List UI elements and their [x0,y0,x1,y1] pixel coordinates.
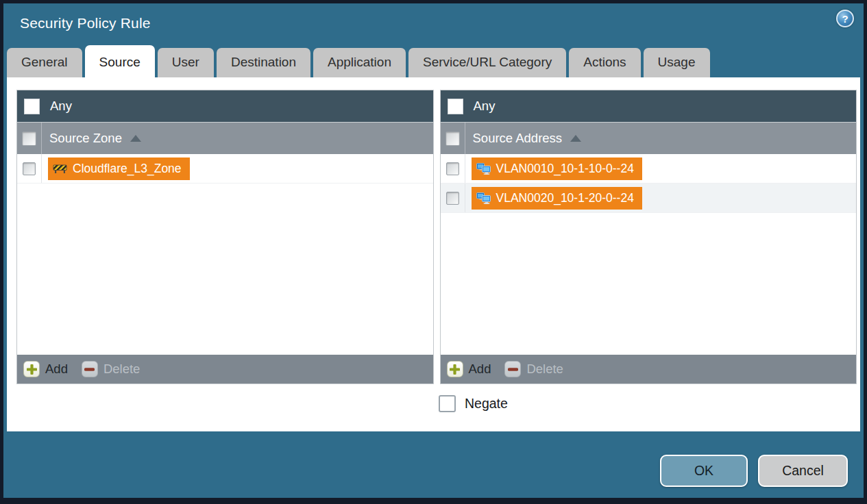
row-checkbox[interactable] [23,162,36,175]
source-address-panel: Any Source Address [440,90,857,384]
tab-user[interactable]: User [158,48,214,77]
tab-destination[interactable]: Destination [217,48,310,77]
source-address-select-all-cell [441,123,465,154]
row-checkbox[interactable] [446,192,459,205]
delete-minus-icon [82,361,98,377]
negate-label: Negate [465,396,508,412]
row-checkbox-cell [17,154,42,183]
source-address-select-all-checkbox[interactable] [445,131,460,146]
source-address-any-label: Any [474,99,496,114]
title-bar: Security Policy Rule ? [3,3,864,43]
source-zone-select-all-checkbox[interactable] [22,131,36,146]
tab-content: Any Source Zone [7,77,860,431]
address-icon [476,192,491,204]
source-address-any-checkbox[interactable] [448,99,463,114]
ok-button[interactable]: OK [660,455,748,487]
address-tag-label: VLAN0020_10-1-20-0--24 [496,191,634,205]
add-button-label: Add [469,362,491,377]
help-icon[interactable]: ? [836,10,854,27]
source-zone-column-title: Source Zone [49,131,122,146]
zone-tag-label: Cloudflare_L3_Zone [73,162,182,176]
add-plus-icon [23,361,40,377]
source-zone-select-all-cell [17,123,42,154]
address-icon [476,163,491,175]
dialog-footer: OK Cancel [660,455,848,487]
source-zone-any-bar: Any [17,90,433,122]
cancel-button[interactable]: Cancel [758,455,848,487]
source-zone-toolbar: Add Delete [17,355,433,383]
negate-checkbox[interactable] [439,395,456,412]
zone-icon [53,164,67,174]
tab-service-url-category[interactable]: Service/URL Category [408,48,566,77]
source-zone-any-label: Any [50,99,72,114]
zone-tag: Cloudflare_L3_Zone [48,158,190,180]
source-panels: Any Source Zone [7,77,860,384]
tab-general[interactable]: General [7,48,82,77]
sort-ascending-icon [570,135,581,142]
tab-bar: General Source User Destination Applicat… [3,43,864,77]
add-button-label: Add [45,362,68,377]
delete-button-label: Delete [103,362,140,377]
add-button[interactable]: Add [23,361,68,377]
dialog-window: Security Policy Rule ? General Source Us… [3,3,864,498]
source-zone-column-header[interactable]: Source Zone [17,122,433,154]
source-address-any-bar: Any [441,90,857,122]
negate-row: Negate [439,395,860,412]
table-row[interactable]: VLAN0010_10-1-10-0--24 [441,154,857,184]
source-address-rows: VLAN0010_10-1-10-0--24 [441,154,857,355]
sort-ascending-icon [130,135,141,142]
row-checkbox[interactable] [446,162,459,175]
delete-button[interactable]: Delete [504,361,563,377]
table-row[interactable]: Cloudflare_L3_Zone [17,154,433,184]
add-button[interactable]: Add [447,361,491,377]
source-address-toolbar: Add Delete [441,355,857,383]
table-row[interactable]: VLAN0020_10-1-20-0--24 [441,184,857,213]
delete-button-label: Delete [526,362,563,377]
source-zone-rows: Cloudflare_L3_Zone [17,154,433,355]
delete-minus-icon [504,361,521,377]
tab-application[interactable]: Application [313,48,406,77]
tab-source[interactable]: Source [85,45,155,77]
row-checkbox-cell [441,184,465,212]
page-title: Security Policy Rule [20,15,151,32]
add-plus-icon [447,361,463,377]
help-glyph: ? [842,14,848,24]
address-tag: VLAN0020_10-1-20-0--24 [472,187,642,210]
delete-button[interactable]: Delete [82,361,140,377]
address-tag: VLAN0010_10-1-10-0--24 [472,158,642,180]
source-zone-panel: Any Source Zone [16,90,434,384]
tab-usage[interactable]: Usage [644,48,710,77]
source-address-column-header[interactable]: Source Address [441,122,857,154]
row-checkbox-cell [441,154,465,183]
source-address-column-title: Source Address [473,131,563,146]
address-tag-label: VLAN0010_10-1-10-0--24 [496,162,634,176]
source-zone-any-checkbox[interactable] [24,99,40,114]
tab-actions[interactable]: Actions [569,48,640,77]
